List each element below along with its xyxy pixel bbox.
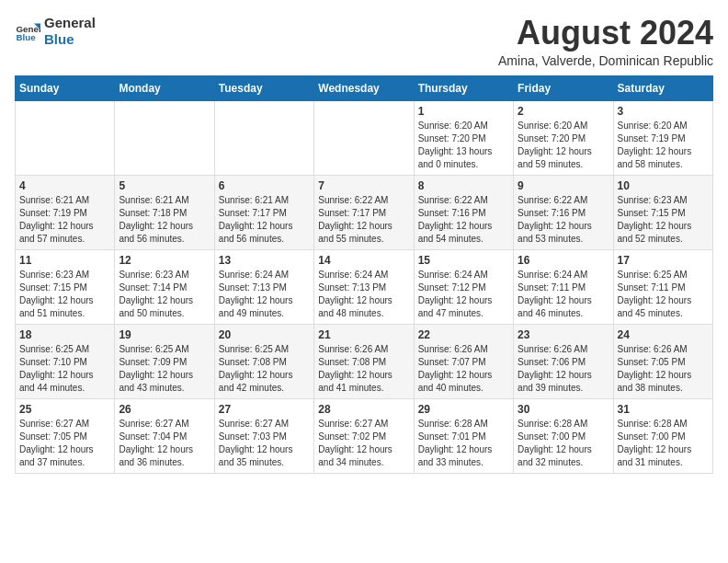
day-info: Sunrise: 6:27 AMSunset: 7:04 PMDaylight:… (119, 418, 210, 469)
weekday-header-sunday: Sunday (16, 75, 115, 100)
calendar-cell: 13Sunrise: 6:24 AMSunset: 7:13 PMDayligh… (214, 249, 313, 324)
weekday-header-wednesday: Wednesday (314, 75, 414, 100)
calendar-cell (115, 100, 214, 175)
calendar-cell: 31Sunrise: 6:28 AMSunset: 7:00 PMDayligh… (613, 398, 712, 473)
day-info: Sunrise: 6:21 AMSunset: 7:19 PMDaylight:… (19, 194, 110, 246)
day-number: 5 (119, 179, 210, 192)
logo: General Blue General Blue (15, 15, 96, 48)
day-number: 4 (19, 179, 110, 192)
calendar-cell: 28Sunrise: 6:27 AMSunset: 7:02 PMDayligh… (314, 398, 414, 473)
calendar-cell: 22Sunrise: 6:26 AMSunset: 7:07 PMDayligh… (414, 324, 513, 398)
day-info: Sunrise: 6:27 AMSunset: 7:05 PMDaylight:… (19, 418, 110, 469)
day-info: Sunrise: 6:22 AMSunset: 7:17 PMDaylight:… (318, 194, 409, 246)
header: General Blue General Blue August 2024 Am… (15, 15, 713, 68)
day-info: Sunrise: 6:26 AMSunset: 7:06 PMDaylight:… (518, 343, 609, 395)
title-area: August 2024 Amina, Valverde, Dominican R… (498, 15, 713, 68)
calendar-cell: 1Sunrise: 6:20 AMSunset: 7:20 PMDaylight… (414, 100, 513, 175)
calendar-cell: 20Sunrise: 6:25 AMSunset: 7:08 PMDayligh… (214, 324, 313, 398)
day-info: Sunrise: 6:24 AMSunset: 7:12 PMDaylight:… (418, 269, 509, 320)
calendar-cell: 7Sunrise: 6:22 AMSunset: 7:17 PMDaylight… (314, 175, 414, 249)
calendar-cell (314, 100, 414, 175)
calendar-body: 1Sunrise: 6:20 AMSunset: 7:20 PMDaylight… (16, 100, 713, 473)
weekday-header-tuesday: Tuesday (214, 75, 313, 100)
day-info: Sunrise: 6:27 AMSunset: 7:03 PMDaylight:… (219, 418, 310, 469)
day-info: Sunrise: 6:26 AMSunset: 7:07 PMDaylight:… (418, 343, 509, 395)
calendar-cell: 29Sunrise: 6:28 AMSunset: 7:01 PMDayligh… (414, 398, 513, 473)
calendar-cell: 17Sunrise: 6:25 AMSunset: 7:11 PMDayligh… (613, 249, 712, 324)
day-info: Sunrise: 6:25 AMSunset: 7:11 PMDaylight:… (618, 269, 709, 320)
svg-text:Blue: Blue (16, 32, 36, 42)
logo-icon: General Blue (15, 18, 40, 44)
calendar-cell: 26Sunrise: 6:27 AMSunset: 7:04 PMDayligh… (115, 398, 214, 473)
location-subtitle: Amina, Valverde, Dominican Republic (498, 53, 713, 68)
calendar-cell: 11Sunrise: 6:23 AMSunset: 7:15 PMDayligh… (16, 249, 115, 324)
day-number: 25 (19, 403, 110, 416)
calendar-cell (16, 100, 115, 175)
day-number: 20 (219, 328, 310, 341)
day-number: 31 (618, 403, 709, 416)
day-info: Sunrise: 6:27 AMSunset: 7:02 PMDaylight:… (318, 418, 409, 469)
day-number: 22 (418, 328, 509, 341)
day-number: 26 (119, 403, 210, 416)
calendar-cell: 18Sunrise: 6:25 AMSunset: 7:10 PMDayligh… (16, 324, 115, 398)
calendar-cell: 12Sunrise: 6:23 AMSunset: 7:14 PMDayligh… (115, 249, 214, 324)
day-info: Sunrise: 6:28 AMSunset: 7:01 PMDaylight:… (418, 418, 509, 469)
day-number: 6 (219, 179, 310, 192)
day-info: Sunrise: 6:20 AMSunset: 7:20 PMDaylight:… (518, 120, 609, 171)
calendar-week-row: 4Sunrise: 6:21 AMSunset: 7:19 PMDaylight… (16, 175, 713, 249)
day-number: 17 (618, 254, 709, 267)
logo-text-blue: Blue (44, 31, 96, 48)
day-number: 16 (518, 254, 609, 267)
calendar-cell: 24Sunrise: 6:26 AMSunset: 7:05 PMDayligh… (613, 324, 712, 398)
calendar-cell: 3Sunrise: 6:20 AMSunset: 7:19 PMDaylight… (613, 100, 712, 175)
day-info: Sunrise: 6:24 AMSunset: 7:11 PMDaylight:… (518, 269, 609, 320)
calendar-week-row: 18Sunrise: 6:25 AMSunset: 7:10 PMDayligh… (16, 324, 713, 398)
day-number: 13 (219, 254, 310, 267)
day-info: Sunrise: 6:24 AMSunset: 7:13 PMDaylight:… (318, 269, 409, 320)
day-number: 24 (618, 328, 709, 341)
day-info: Sunrise: 6:23 AMSunset: 7:15 PMDaylight:… (618, 194, 709, 246)
logo-text-general: General (44, 15, 96, 31)
day-number: 1 (418, 105, 509, 118)
day-info: Sunrise: 6:21 AMSunset: 7:17 PMDaylight:… (219, 194, 310, 246)
day-info: Sunrise: 6:28 AMSunset: 7:00 PMDaylight:… (618, 418, 709, 469)
calendar-cell: 19Sunrise: 6:25 AMSunset: 7:09 PMDayligh… (115, 324, 214, 398)
day-number: 30 (518, 403, 609, 416)
calendar-cell: 14Sunrise: 6:24 AMSunset: 7:13 PMDayligh… (314, 249, 414, 324)
calendar-cell: 6Sunrise: 6:21 AMSunset: 7:17 PMDaylight… (214, 175, 313, 249)
weekday-header-saturday: Saturday (613, 75, 712, 100)
day-number: 2 (518, 105, 609, 118)
day-info: Sunrise: 6:20 AMSunset: 7:19 PMDaylight:… (618, 120, 709, 171)
day-info: Sunrise: 6:21 AMSunset: 7:18 PMDaylight:… (119, 194, 210, 246)
day-number: 7 (318, 179, 409, 192)
calendar-cell: 23Sunrise: 6:26 AMSunset: 7:06 PMDayligh… (514, 324, 613, 398)
day-number: 21 (318, 328, 409, 341)
day-number: 10 (618, 179, 709, 192)
day-info: Sunrise: 6:26 AMSunset: 7:08 PMDaylight:… (318, 343, 409, 395)
day-number: 18 (19, 328, 110, 341)
calendar-cell: 10Sunrise: 6:23 AMSunset: 7:15 PMDayligh… (613, 175, 712, 249)
calendar-cell: 30Sunrise: 6:28 AMSunset: 7:00 PMDayligh… (514, 398, 613, 473)
day-number: 29 (418, 403, 509, 416)
day-info: Sunrise: 6:25 AMSunset: 7:08 PMDaylight:… (219, 343, 310, 395)
day-info: Sunrise: 6:23 AMSunset: 7:14 PMDaylight:… (119, 269, 210, 320)
day-number: 11 (19, 254, 110, 267)
day-info: Sunrise: 6:25 AMSunset: 7:10 PMDaylight:… (19, 343, 110, 395)
day-info: Sunrise: 6:25 AMSunset: 7:09 PMDaylight:… (119, 343, 210, 395)
day-number: 28 (318, 403, 409, 416)
calendar-table: SundayMondayTuesdayWednesdayThursdayFrid… (15, 75, 713, 474)
calendar-cell: 4Sunrise: 6:21 AMSunset: 7:19 PMDaylight… (16, 175, 115, 249)
calendar-cell: 8Sunrise: 6:22 AMSunset: 7:16 PMDaylight… (414, 175, 513, 249)
day-number: 14 (318, 254, 409, 267)
calendar-week-row: 1Sunrise: 6:20 AMSunset: 7:20 PMDaylight… (16, 100, 713, 175)
day-number: 23 (518, 328, 609, 341)
calendar-cell: 9Sunrise: 6:22 AMSunset: 7:16 PMDaylight… (514, 175, 613, 249)
calendar-cell (214, 100, 313, 175)
weekday-header-row: SundayMondayTuesdayWednesdayThursdayFrid… (16, 75, 713, 100)
day-info: Sunrise: 6:23 AMSunset: 7:15 PMDaylight:… (19, 269, 110, 320)
calendar-cell: 21Sunrise: 6:26 AMSunset: 7:08 PMDayligh… (314, 324, 414, 398)
weekday-header-friday: Friday (514, 75, 613, 100)
day-info: Sunrise: 6:20 AMSunset: 7:20 PMDaylight:… (418, 120, 509, 171)
day-info: Sunrise: 6:26 AMSunset: 7:05 PMDaylight:… (618, 343, 709, 395)
day-number: 8 (418, 179, 509, 192)
